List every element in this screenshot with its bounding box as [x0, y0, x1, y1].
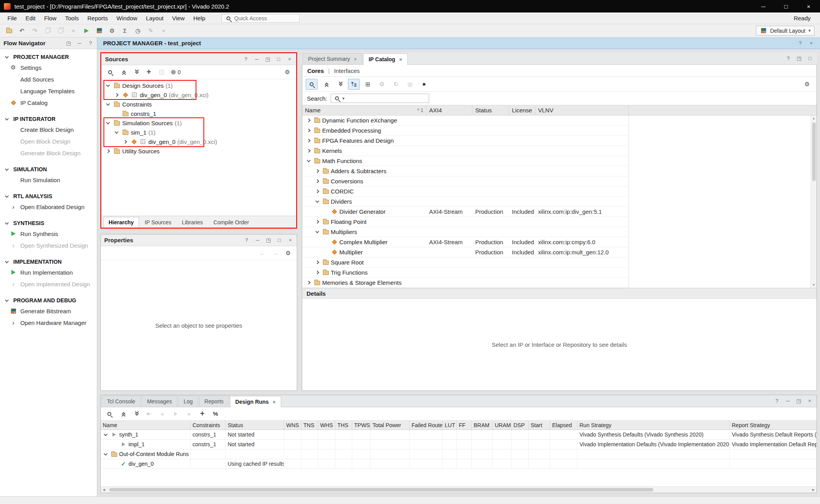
scroll-down-icon[interactable]: ▼	[811, 282, 816, 288]
hierarchy-button[interactable]	[348, 79, 360, 90]
help-icon[interactable]: ?	[87, 40, 93, 46]
report-button[interactable]: Σ	[119, 25, 131, 36]
collapse-all-button[interactable]	[117, 408, 128, 419]
float-icon[interactable]: ◳	[796, 55, 802, 61]
stop-button[interactable]: ■	[418, 79, 430, 90]
runs-column-uram[interactable]: URAM	[493, 421, 512, 429]
window-minimize-button[interactable]: ─	[752, 0, 775, 12]
step-back-button[interactable]: «	[157, 408, 168, 419]
source-item-utility-sources[interactable]: Utility Sources	[102, 146, 296, 156]
maximize-icon[interactable]: □	[276, 56, 282, 62]
minimize-icon[interactable]: ─	[255, 237, 260, 243]
undo-button[interactable]: ↶	[16, 25, 28, 36]
menu-help[interactable]: Help	[189, 13, 210, 23]
fn-item-run-simulation[interactable]: Run Simulation	[0, 174, 97, 186]
fn-section-implementation[interactable]: IMPLEMENTATION	[0, 257, 97, 266]
editor-tab-ip-catalog[interactable]: IP Catalog×	[363, 53, 408, 65]
close-tab-icon[interactable]: ×	[354, 56, 357, 62]
settings-button[interactable]: ⚙	[106, 25, 118, 36]
ip-row-fpga-features-and-design[interactable]: FPGA Features and Design	[302, 136, 629, 146]
ip-row-square-root[interactable]: Square Root	[302, 257, 629, 268]
scrollbar-thumb[interactable]	[109, 488, 653, 492]
twistie-collapsed-icon[interactable]	[314, 220, 321, 223]
run-row-div-gen-0[interactable]: ✓div_gen_0Using cached IP results	[101, 459, 816, 469]
quick-access-input[interactable]	[234, 15, 289, 21]
twistie-collapsed-icon[interactable]	[305, 119, 312, 122]
step-forward-button[interactable]: »	[183, 408, 195, 419]
float-icon[interactable]: ◳	[66, 40, 71, 46]
run-row-synth-1[interactable]: synth_1constrs_1Not startedVivado Synthe…	[101, 430, 816, 440]
fn-section-synthesis[interactable]: SYNTHESIS	[0, 218, 97, 228]
open-button[interactable]	[3, 25, 15, 36]
percent-button[interactable]: %	[210, 408, 221, 419]
menu-window[interactable]: Window	[112, 13, 141, 23]
float-icon[interactable]: ◳	[796, 398, 802, 404]
expand-all-button[interactable]	[130, 408, 142, 419]
scroll-up-icon[interactable]: ▲	[811, 115, 816, 121]
runs-column-ff[interactable]: FF	[457, 421, 472, 429]
runs-column-bram[interactable]: BRAM	[472, 421, 493, 429]
runs-column-dsp[interactable]: DSP	[512, 421, 529, 429]
runs-column-start[interactable]: Start	[529, 421, 550, 429]
ip-column-name[interactable]: Name^ 1	[302, 105, 426, 115]
ip-row-complex-multiplier[interactable]: Complex MultiplierAXI4-StreamProductionI…	[302, 237, 629, 247]
ip-row-memories-storage-elements[interactable]: Memories & Storage Elements	[302, 278, 629, 288]
ip-column-vlnv[interactable]: VLNV	[535, 105, 629, 115]
runs-column-lut[interactable]: LUT	[443, 421, 457, 429]
source-item-div-gen-0[interactable]: div_gen_0(div_gen_0.xci)	[102, 137, 296, 146]
ip-subtab-cores[interactable]: Cores	[307, 67, 324, 74]
run-row-impl-1[interactable]: impl_1constrs_1Not startedVivado Impleme…	[101, 440, 816, 449]
group-button[interactable]: ⊞	[362, 79, 374, 90]
horizontal-scrollbar[interactable]: ◀ ▶	[101, 486, 816, 493]
board-button[interactable]	[93, 25, 105, 36]
twistie-expanded-icon[interactable]	[102, 453, 109, 456]
runs-column-whs[interactable]: WHS	[318, 421, 335, 429]
window-maximize-button[interactable]: □	[775, 0, 797, 12]
twistie-expanded-icon[interactable]	[105, 122, 111, 124]
sources-tab-libraries[interactable]: Libraries	[177, 217, 208, 227]
source-item-design-sources[interactable]: Design Sources(1)	[102, 81, 296, 90]
twistie-collapsed-icon[interactable]	[122, 140, 128, 143]
close-icon[interactable]: ×	[807, 398, 813, 404]
minimize-icon[interactable]: ─	[785, 398, 791, 404]
twistie-collapsed-icon[interactable]	[305, 149, 312, 152]
ip-row-dynamic-function-exchange[interactable]: Dynamic Function eXchange	[302, 115, 629, 126]
sources-tab-ip-sources[interactable]: IP Sources	[140, 217, 176, 227]
ip-search-box[interactable]: ▾	[331, 94, 429, 103]
twistie-collapsed-icon[interactable]	[314, 180, 321, 183]
runs-column-failed-routes[interactable]: Failed Routes	[410, 421, 443, 429]
twistie-collapsed-icon[interactable]	[305, 129, 312, 132]
fn-item-add-sources[interactable]: Add Sources	[0, 73, 97, 85]
run-row-out-of-context-module-runs[interactable]: Out-of-Context Module Runs	[101, 449, 816, 459]
fn-item-run-implementation[interactable]: Run Implementation	[0, 266, 97, 278]
twistie-collapsed-icon[interactable]	[314, 170, 321, 172]
twistie-expanded-icon[interactable]	[105, 103, 111, 106]
runs-column-wns[interactable]: WNS	[284, 421, 301, 429]
target-button[interactable]: ◎	[404, 79, 416, 90]
forward-button[interactable]: →	[269, 248, 281, 259]
window-close-button[interactable]: ×	[797, 0, 820, 12]
runs-column-total-power[interactable]: Total Power	[371, 421, 410, 429]
fn-section-rtl-analysis[interactable]: RTL ANALYSIS	[0, 192, 97, 201]
cancel-button[interactable]: ×	[158, 25, 169, 36]
runs-column-status[interactable]: Status	[226, 421, 284, 429]
ip-row-trig-functions[interactable]: Trig Functions	[302, 268, 629, 278]
bottom-tab-messages[interactable]: Messages	[141, 396, 177, 407]
scroll-right-icon[interactable]: ▶	[810, 488, 816, 492]
twistie-collapsed-icon[interactable]	[113, 94, 120, 96]
bottom-tab-reports[interactable]: Reports	[199, 396, 229, 407]
runs-column-constraints[interactable]: Constraints	[191, 421, 226, 429]
menu-file[interactable]: File	[3, 13, 21, 23]
menu-tools[interactable]: Tools	[61, 13, 83, 23]
runs-column-tpws[interactable]: TPWS	[352, 421, 371, 429]
search-button[interactable]	[103, 408, 115, 419]
fn-section-ip-integrator[interactable]: IP INTEGRATOR	[0, 114, 97, 124]
source-item-sim-1[interactable]: sim_1(1)	[102, 128, 296, 137]
fn-item-ip-catalog[interactable]: IP Catalog	[0, 97, 97, 108]
twistie-collapsed-icon[interactable]	[305, 281, 312, 284]
maximize-icon[interactable]: □	[807, 55, 813, 61]
timing-button[interactable]: ◷	[132, 25, 144, 36]
fn-item-open-elaborated-design[interactable]: ›Open Elaborated Design	[0, 201, 97, 213]
add-button[interactable]: +	[143, 67, 155, 78]
sources-tab-hierarchy[interactable]: Hierarchy	[103, 217, 139, 227]
